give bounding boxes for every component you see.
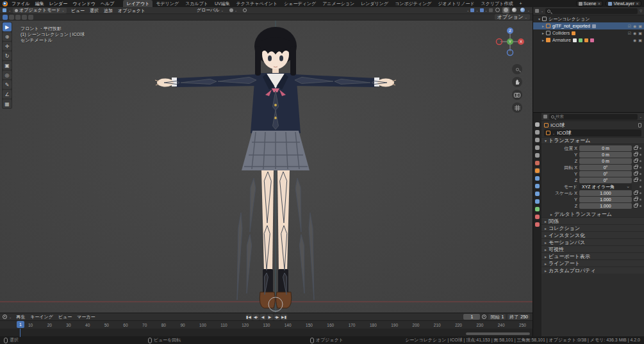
view-layer-selector[interactable]: ViewLayer ✕ [606, 1, 641, 6]
orientation-dropdown[interactable]: グローバル⌄ [195, 8, 226, 13]
collapsed-panel-header[interactable]: ▸インスタンス化 [541, 231, 644, 238]
select-mode-intersect-icon[interactable] [28, 15, 33, 20]
workspace-tab[interactable]: テクスチャペイント [233, 0, 281, 7]
tab-object[interactable] [534, 168, 540, 174]
collapsed-panel-header[interactable]: ▸ラインアート [541, 259, 644, 266]
proportional-editing-button[interactable] [241, 8, 249, 13]
collapsed-panel-header[interactable]: ▸関係 [541, 217, 644, 224]
scene-unlink-icon[interactable]: ✕ [597, 1, 600, 6]
properties-editor-icon[interactable] [543, 115, 547, 119]
workspace-tab[interactable]: レイアウト [123, 0, 153, 7]
workspace-tab[interactable]: モデリング [153, 0, 182, 7]
collapsed-panel-header[interactable]: ▸カスタムプロパティ [541, 266, 644, 274]
editor-type-chevron-icon[interactable]: ⌄ [8, 8, 11, 12]
animate-dot-icon[interactable] [640, 199, 641, 201]
animate-dot-icon[interactable] [640, 160, 641, 162]
timeline-menu-item[interactable]: 再生 [13, 313, 28, 320]
transform-value-field[interactable]: 0° [579, 177, 632, 183]
timeline-scrollbar[interactable] [466, 332, 530, 335]
select-mode-new-icon[interactable] [3, 15, 8, 20]
tool-rotate-icon[interactable]: ↻ [3, 51, 12, 60]
pan-view-button[interactable] [512, 77, 522, 87]
tool-select-box-icon[interactable]: ▶ [3, 22, 12, 31]
overlays-icon[interactable] [480, 8, 484, 12]
transform-panel-header[interactable]: ▾トランスフォーム [541, 137, 644, 144]
lock-icon[interactable] [634, 198, 638, 201]
options-button[interactable]: オプション⌄ [495, 14, 530, 20]
tool-move-icon[interactable]: ✛ [3, 42, 12, 51]
workspace-tab[interactable]: スクリプト作成 [478, 0, 516, 7]
lock-icon[interactable] [634, 179, 638, 182]
workspace-tab[interactable]: UV編集 [211, 0, 233, 7]
workspace-tab[interactable]: レンダリング [358, 0, 392, 7]
tool-measure-icon[interactable]: ∠ [3, 90, 12, 99]
transform-value-field[interactable]: 1.000 [579, 197, 632, 202]
outliner-row-colliders[interactable]: ▸ Colliders ☑ ◉ ▣ [533, 29, 644, 37]
pin-icon[interactable] [638, 123, 641, 127]
collapsed-panel-header[interactable]: ▸可視性 [541, 245, 644, 252]
viewport-menu-item[interactable]: オブジェクト [115, 7, 148, 14]
tool-transform-icon[interactable]: ◎ [3, 70, 12, 79]
xray-toggle-icon[interactable] [489, 8, 493, 12]
next-keyframe-button[interactable]: •▶ [274, 314, 280, 320]
collapsed-panel-header[interactable]: ▸ビューポート表示 [541, 252, 644, 259]
tab-material[interactable] [534, 214, 540, 220]
view-layer-remove-icon[interactable]: ✕ [636, 1, 639, 6]
timeline-menu-item[interactable]: ビュー [56, 313, 74, 320]
gizmo-dropdown-icon[interactable]: ⌄ [475, 8, 478, 12]
shading-dropdown-icon[interactable]: ⌄ [527, 8, 530, 12]
animate-dot-icon[interactable] [640, 154, 641, 156]
frame-end-field[interactable]: 終了250 [508, 314, 530, 320]
transform-value-field[interactable]: 0° [579, 171, 632, 177]
viewport-canvas[interactable]: フロント・平行投影 (1) シーンコレクション | ICO球 センチメートル ▶… [0, 20, 533, 313]
tab-physics[interactable] [534, 191, 540, 197]
workspace-tab[interactable]: + [516, 0, 525, 7]
frame-start-field[interactable]: 開始1 [488, 314, 506, 320]
outliner-row-scene-collection[interactable]: ▾ シーンコレクション [533, 15, 644, 22]
snap-dropdown[interactable]: ⌄ [227, 8, 239, 13]
workspace-tab[interactable]: コンポジティング [392, 0, 434, 7]
outliner-display-mode-icon[interactable] [535, 9, 539, 13]
lock-icon[interactable] [634, 160, 638, 163]
animate-dot-icon[interactable] [640, 186, 641, 188]
tab-constraints[interactable] [534, 199, 540, 204]
lock-icon[interactable] [634, 153, 638, 156]
lock-icon[interactable] [634, 147, 638, 150]
tab-scene[interactable] [534, 152, 540, 158]
transform-value-field[interactable]: 0° [579, 165, 632, 170]
scene-selector[interactable]: Scene ✕ [576, 1, 604, 6]
timeline-editor-icon[interactable] [3, 315, 7, 319]
overlays-dropdown-icon[interactable]: ⌄ [485, 8, 488, 12]
menu-item[interactable]: 編集 [33, 0, 47, 7]
lock-icon[interactable] [634, 204, 638, 208]
navigation-gizmo[interactable]: Z X Y [495, 27, 525, 56]
timeline-editor-chevron-icon[interactable]: ⌄ [9, 315, 12, 319]
disable-render-camera-icon[interactable]: ▣ [638, 31, 642, 35]
playhead[interactable]: 1 [17, 321, 24, 328]
tool-add-cube-icon[interactable]: ▦ [3, 99, 12, 108]
workspace-tab[interactable]: スカルプト [182, 0, 211, 7]
timeline-menu-item[interactable]: マーカー [74, 313, 97, 320]
lock-icon[interactable] [634, 166, 638, 169]
tab-particles[interactable] [534, 183, 540, 189]
workspace-tab[interactable]: アニメーション [319, 0, 358, 7]
camera-view-button[interactable] [512, 90, 522, 100]
play-reverse-button[interactable]: ◀ [260, 314, 266, 320]
animate-dot-icon[interactable] [640, 167, 641, 168]
tool-scale-icon[interactable]: ▣ [3, 61, 12, 70]
menu-item[interactable]: ファイル [9, 0, 33, 7]
tab-output[interactable] [534, 137, 540, 143]
timeline-menu-item[interactable]: キーイング [28, 313, 56, 320]
tab-world[interactable] [534, 160, 540, 166]
transform-value-field[interactable]: 0 m [579, 158, 632, 164]
lock-icon[interactable] [634, 172, 638, 176]
object-name-field[interactable]: ⌄ ICO球 [544, 129, 641, 136]
tab-modifiers[interactable] [534, 176, 540, 181]
transform-value-field[interactable]: 0 m [579, 152, 632, 158]
hide-viewport-eye-icon[interactable]: ◉ [633, 24, 636, 28]
outliner-display-chevron-icon[interactable]: ⌄ [541, 9, 543, 13]
outliner-filter-icon[interactable]: ▽ [640, 9, 642, 13]
play-button[interactable]: ▶ [267, 314, 273, 320]
menu-item[interactable]: レンダー [47, 0, 70, 7]
animate-dot-icon[interactable] [640, 173, 641, 175]
